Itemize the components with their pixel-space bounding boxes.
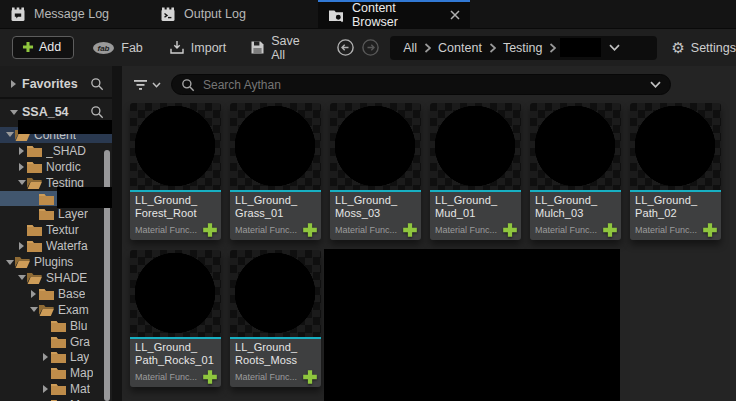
expander-arrow-icon[interactable] xyxy=(16,275,27,280)
breadcrumb-item-testing[interactable]: Testing xyxy=(496,41,550,55)
expander-arrow-icon[interactable] xyxy=(8,110,19,115)
folder-icon xyxy=(27,224,42,236)
plus-icon[interactable] xyxy=(302,369,318,385)
folder-tree-item[interactable]: Base xyxy=(0,286,112,302)
import-button[interactable]: Import xyxy=(169,40,226,55)
expander-arrow-icon[interactable] xyxy=(4,260,15,265)
plus-icon[interactable] xyxy=(402,222,418,238)
chevron-right-icon xyxy=(549,43,556,53)
save-all-button-label: Save All xyxy=(271,34,316,62)
folder-tree-item[interactable]: Gra xyxy=(0,334,112,350)
folder-icon xyxy=(51,336,66,348)
search-box[interactable] xyxy=(171,74,671,95)
tab-output-log[interactable]: Output Log xyxy=(160,0,246,28)
favorites-label: Favorites xyxy=(22,77,78,91)
add-button[interactable]: Add xyxy=(12,36,74,59)
folder-tree-item[interactable]: Lay xyxy=(0,349,112,365)
asset-name-line2: Moss_03 xyxy=(335,207,380,219)
asset-name-line2: Mud_01 xyxy=(435,207,475,219)
folder-tree: Content _SHAD Nordic Testing Layer Textu… xyxy=(0,127,112,401)
search-input[interactable] xyxy=(201,77,644,93)
folder-tree-item[interactable]: Exam xyxy=(0,302,112,318)
folder-label: Nordic xyxy=(46,160,81,174)
asset-tile[interactable]: LL_Ground_Path_Rocks_01 Material Func... xyxy=(130,250,221,387)
fab-button[interactable]: fab Fab xyxy=(92,41,143,55)
expander-arrow-icon[interactable] xyxy=(28,307,39,312)
expander-arrow-icon[interactable] xyxy=(16,147,27,155)
folder-tree-item[interactable]: Textur xyxy=(0,222,112,238)
save-all-button[interactable]: Save All xyxy=(250,34,316,62)
asset-thumbnail xyxy=(330,103,421,190)
breadcrumb-item-all[interactable]: All xyxy=(396,41,424,55)
asset-type-label: Material Func... xyxy=(235,372,297,382)
folder-tree-item[interactable]: Mat xyxy=(0,381,112,397)
close-icon[interactable] xyxy=(450,10,460,20)
folder-tree-item[interactable]: Map xyxy=(0,365,112,381)
asset-type-label: Material Func... xyxy=(235,225,297,235)
asset-tile[interactable]: LL_Ground_Moss_03 Material Func... xyxy=(330,103,421,240)
tab-bar: Message Log Output Log Content Browser xyxy=(0,0,736,28)
expander-arrow-icon[interactable] xyxy=(16,180,27,185)
folder-icon xyxy=(27,177,42,189)
folder-icon xyxy=(15,256,30,268)
expander-arrow-icon[interactable] xyxy=(40,385,51,393)
fab-logo-icon: fab xyxy=(92,41,115,55)
folder-label: Gra xyxy=(70,335,90,349)
asset-tile[interactable]: LL_Ground_Mulch_03 Material Func... xyxy=(530,103,621,240)
project-label: SSA_54 xyxy=(22,105,69,119)
folder-tree-item[interactable]: Layer xyxy=(0,206,112,222)
output-log-icon xyxy=(160,7,176,22)
asset-tile[interactable]: LL_Ground_Mud_01 Material Func... xyxy=(430,103,521,240)
chevron-down-icon[interactable] xyxy=(650,81,661,88)
plus-icon[interactable] xyxy=(602,222,618,238)
search-icon[interactable] xyxy=(90,105,104,119)
folder-tree-item[interactable]: M xyxy=(0,397,112,401)
redacted-area xyxy=(560,38,601,57)
expander-arrow-icon[interactable] xyxy=(4,132,15,137)
plus-icon[interactable] xyxy=(702,222,718,238)
unreal-editor-window: Message Log Output Log Content Browser A… xyxy=(0,0,736,401)
panel-divider[interactable] xyxy=(112,66,122,401)
chevron-down-icon[interactable] xyxy=(609,44,620,51)
folder-tree-item[interactable]: SHADE xyxy=(0,270,112,286)
plus-icon[interactable] xyxy=(302,222,318,238)
tab-content-browser[interactable]: Content Browser xyxy=(318,0,470,28)
asset-thumbnail xyxy=(230,250,321,337)
asset-tile[interactable]: LL_Ground_Path_02 Material Func... xyxy=(630,103,721,240)
folder-label: _SHAD xyxy=(46,144,86,158)
expander-arrow-icon[interactable] xyxy=(16,242,27,250)
asset-tile[interactable]: LL_Ground_Grass_01 Material Func... xyxy=(230,103,321,240)
folder-tree-item[interactable]: Waterfa xyxy=(0,238,112,254)
search-row xyxy=(122,66,736,103)
folder-tree-item[interactable]: Nordic xyxy=(0,159,112,175)
settings-button[interactable]: ⚙ Settings xyxy=(671,40,736,55)
folder-icon xyxy=(27,145,42,157)
folder-tree-item[interactable]: Plugins xyxy=(0,254,112,270)
asset-label-area: LL_Ground_Grass_01 Material Func... xyxy=(230,192,321,240)
asset-name-line2: Grass_01 xyxy=(235,207,284,219)
expander-arrow-icon[interactable] xyxy=(16,163,27,171)
breadcrumb-item-content[interactable]: Content xyxy=(431,41,489,55)
asset-tile[interactable]: LL_Ground_Forest_Root Material Func... xyxy=(130,103,221,240)
plus-icon[interactable] xyxy=(202,369,218,385)
asset-name: LL_Ground_ xyxy=(535,194,597,206)
asset-thumbnail xyxy=(230,103,321,190)
asset-tile[interactable]: LL_Ground_Roots_Moss Material Func... xyxy=(230,250,321,387)
expander-arrow-icon[interactable] xyxy=(28,290,39,298)
forward-button[interactable] xyxy=(361,38,380,57)
plus-icon[interactable] xyxy=(502,222,518,238)
expander-arrow-icon[interactable] xyxy=(40,353,51,361)
expander-arrow-icon[interactable] xyxy=(8,80,19,88)
search-icon[interactable] xyxy=(90,77,104,91)
tab-message-log[interactable]: Message Log xyxy=(10,0,109,28)
chevron-down-icon xyxy=(152,82,161,88)
folder-icon xyxy=(39,288,54,300)
plus-icon[interactable] xyxy=(202,222,218,238)
favorites-section-header[interactable]: Favorites xyxy=(0,71,112,97)
filter-button[interactable] xyxy=(133,79,161,91)
folder-icon xyxy=(39,193,54,205)
folder-tree-item[interactable]: Blu xyxy=(0,318,112,334)
folder-tree-item[interactable]: _SHAD xyxy=(0,143,112,159)
folder-label: Mat xyxy=(70,382,90,396)
back-button[interactable] xyxy=(336,38,355,57)
